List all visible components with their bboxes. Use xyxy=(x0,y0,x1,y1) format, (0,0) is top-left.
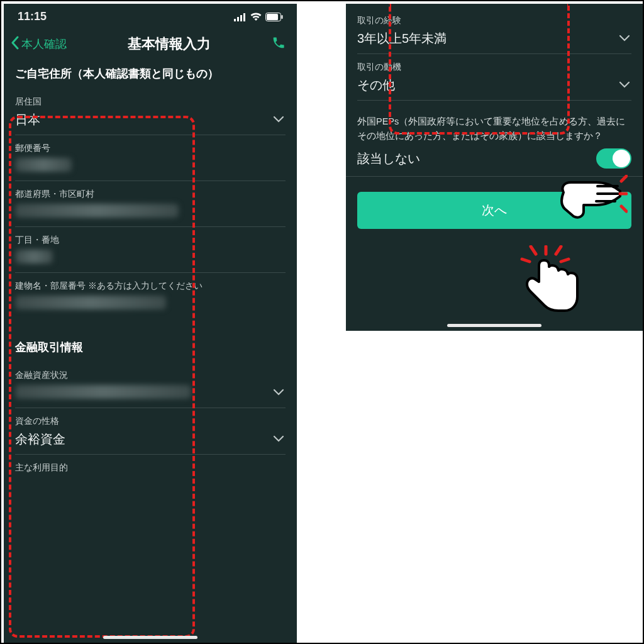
status-time: 11:15 xyxy=(18,10,47,23)
svg-rect-6 xyxy=(282,15,283,19)
peps-question: 外国PEPs（外国政府等において重要な地位を占める方、過去にその地位にあった方、… xyxy=(346,101,643,145)
country-field[interactable]: 居住国 日本 xyxy=(15,89,286,135)
right-phone-screen: 取引の経験 3年以上5年未満 取引の動機 その他 外国PEPs（外国政府等におい… xyxy=(346,4,643,331)
svg-line-12 xyxy=(556,247,561,254)
next-button[interactable]: 次へ xyxy=(357,192,631,229)
motive-field[interactable]: 取引の動機 その他 xyxy=(357,54,631,101)
building-field[interactable]: 建物名・部屋番号 ※ある方は入力してください xyxy=(15,273,286,318)
prefecture-value-redacted xyxy=(15,204,179,218)
experience-label: 取引の経験 xyxy=(357,15,631,26)
chevron-down-icon xyxy=(619,33,630,45)
chevron-down-icon xyxy=(273,434,284,445)
svg-line-14 xyxy=(561,259,569,262)
finance-section-heading: 金融取引情報 xyxy=(15,340,286,362)
assets-label: 金融資産状況 xyxy=(15,370,286,381)
postal-value-redacted xyxy=(15,158,72,172)
block-field[interactable]: 丁目・番地 xyxy=(15,227,286,273)
experience-field[interactable]: 取引の経験 3年以上5年未満 xyxy=(357,8,631,54)
address-section-heading: ご自宅住所（本人確認書類と同じもの） xyxy=(4,66,297,89)
peps-row: 該当しない xyxy=(346,145,643,177)
status-bar: 11:15 xyxy=(4,4,297,27)
svg-rect-0 xyxy=(234,19,236,21)
home-indicator[interactable] xyxy=(103,636,197,639)
cellular-signal-icon xyxy=(234,13,247,21)
pointer-hand-tap-icon xyxy=(519,245,589,321)
purpose-field[interactable]: 主な利用目的 xyxy=(15,455,286,480)
nav-header: 本人確認 基本情報入力 xyxy=(4,27,297,66)
peps-value: 該当しない xyxy=(357,150,420,167)
back-label: 本人確認 xyxy=(21,36,67,52)
building-label: 建物名・部屋番号 ※ある方は入力してください xyxy=(15,280,286,292)
left-phone-screen: 11:15 本人確認 基本情報入力 ご自宅住所（本人確認書類と同じもの） xyxy=(4,4,297,643)
svg-rect-3 xyxy=(243,13,245,21)
chevron-down-icon xyxy=(273,114,284,126)
nature-field[interactable]: 資金の性格 余裕資金 xyxy=(15,408,286,455)
toggle-knob xyxy=(613,150,630,167)
chevron-down-icon xyxy=(619,80,630,91)
nature-label: 資金の性格 xyxy=(15,416,286,427)
next-button-label: 次へ xyxy=(482,203,507,217)
status-right xyxy=(234,13,283,21)
experience-value: 3年以上5年未満 xyxy=(357,30,631,47)
assets-field[interactable]: 金融資産状況 xyxy=(15,362,286,408)
svg-line-10 xyxy=(531,247,536,254)
svg-rect-5 xyxy=(267,14,278,20)
chevron-down-icon xyxy=(273,387,284,399)
country-label: 居住国 xyxy=(15,96,286,108)
svg-line-13 xyxy=(522,259,530,262)
country-value: 日本 xyxy=(15,111,286,128)
block-value-redacted xyxy=(15,250,53,264)
phone-icon[interactable] xyxy=(272,36,286,52)
home-indicator[interactable] xyxy=(447,324,541,327)
postal-field[interactable]: 郵便番号 xyxy=(15,135,286,181)
address-form: 居住国 日本 郵便番号 都道府県・市区町村 丁目・番地 建物名・部屋番号 ※ある… xyxy=(4,89,297,480)
right-panel: 取引の経験 3年以上5年未満 取引の動機 その他 外国PEPs（外国政府等におい… xyxy=(298,4,643,643)
svg-rect-1 xyxy=(237,17,239,21)
block-label: 丁目・番地 xyxy=(15,235,286,246)
wifi-icon xyxy=(250,13,262,21)
prefecture-field[interactable]: 都道府県・市区町村 xyxy=(15,181,286,227)
trade-info-form: 取引の経験 3年以上5年未満 取引の動機 その他 xyxy=(346,4,643,101)
back-button[interactable]: 本人確認 xyxy=(10,36,67,53)
motive-value: その他 xyxy=(357,77,631,94)
motive-label: 取引の動機 xyxy=(357,62,631,73)
svg-rect-2 xyxy=(240,15,242,21)
prefecture-label: 都道府県・市区町村 xyxy=(15,189,286,200)
postal-label: 郵便番号 xyxy=(15,143,286,154)
purpose-label: 主な利用目的 xyxy=(15,462,286,474)
building-value-redacted xyxy=(15,296,166,309)
assets-value-redacted xyxy=(15,385,191,399)
peps-toggle[interactable] xyxy=(596,148,631,169)
page-title: 基本情報入力 xyxy=(128,35,211,53)
chevron-left-icon xyxy=(10,36,20,53)
battery-icon xyxy=(265,13,283,21)
nature-value: 余裕資金 xyxy=(15,431,286,448)
